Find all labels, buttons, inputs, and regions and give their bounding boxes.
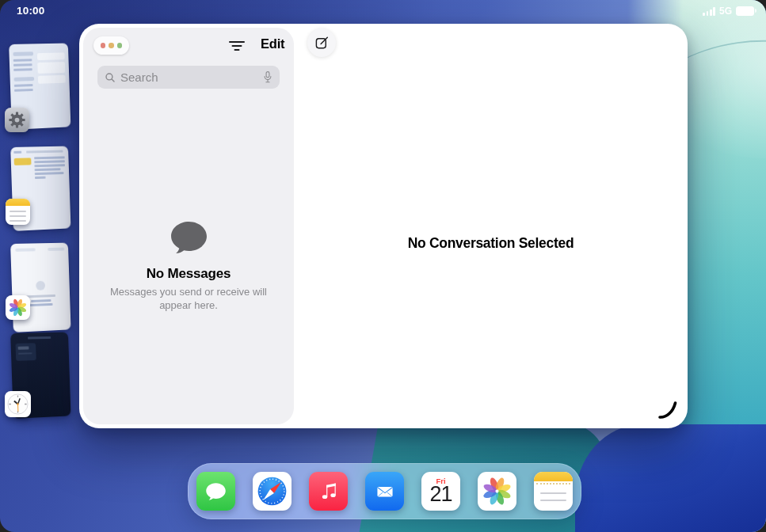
search-icon xyxy=(105,72,116,83)
window-controls-button[interactable] xyxy=(93,36,129,55)
conversation-list-panel: Edit No Messages Mess xyxy=(83,28,294,424)
photos-flower-icon xyxy=(481,475,513,507)
window-resize-handle[interactable] xyxy=(657,401,678,423)
gear-icon xyxy=(8,111,26,129)
minimize-window-dot xyxy=(109,43,113,48)
photos-flower-icon[interactable] xyxy=(6,295,30,320)
messages-bubble-icon xyxy=(204,480,228,503)
dock-icon-mail[interactable] xyxy=(365,472,404,511)
settings-gear-icon[interactable] xyxy=(5,108,29,132)
empty-state-title: No Messages xyxy=(83,266,294,282)
dictation-mic-icon[interactable] xyxy=(263,70,272,84)
dock-icon-calendar[interactable]: Fri 21 xyxy=(421,472,460,511)
no-messages-empty-state: No Messages Messages you send or receive… xyxy=(83,220,294,312)
notes-dotted-line xyxy=(536,483,570,484)
edit-button[interactable]: Edit xyxy=(261,36,284,51)
dock-icon-notes[interactable] xyxy=(534,472,573,511)
flower-icon xyxy=(7,297,29,318)
mail-envelope-icon xyxy=(372,478,398,505)
chat-bubble-icon xyxy=(170,220,208,254)
no-conversation-title: No Conversation Selected xyxy=(294,235,688,252)
zoom-window-dot xyxy=(117,43,122,48)
resize-arc-icon xyxy=(657,401,678,420)
music-note-icon xyxy=(315,478,342,505)
close-window-dot xyxy=(101,43,105,48)
ipad-screen: 10:00 5G xyxy=(0,0,766,532)
notes-rule-line xyxy=(540,500,566,501)
compose-button[interactable] xyxy=(307,28,336,57)
search-bar[interactable] xyxy=(97,66,280,89)
calendar-day: 21 xyxy=(421,482,460,507)
safari-compass-icon xyxy=(253,472,292,511)
filters-button[interactable] xyxy=(226,35,247,56)
empty-state-subtitle: Messages you send or receive will appear… xyxy=(105,286,272,312)
search-input[interactable] xyxy=(120,70,258,84)
notes-yellow-header xyxy=(534,472,573,481)
dock-icon-photos[interactable] xyxy=(478,472,516,511)
notes-icon[interactable] xyxy=(6,199,30,225)
clock-face-icon xyxy=(6,393,29,416)
dock-icon-messages[interactable] xyxy=(196,472,235,511)
compose-icon xyxy=(314,36,330,51)
filter-lines-icon xyxy=(228,37,246,55)
clock-icon[interactable] xyxy=(5,391,31,417)
notes-rule-line xyxy=(540,492,566,494)
dock-icon-safari[interactable] xyxy=(253,472,292,511)
messages-window: Edit No Messages Mess xyxy=(79,24,688,428)
dock-icon-music[interactable] xyxy=(309,472,348,511)
dock: Fri 21 xyxy=(188,463,581,519)
